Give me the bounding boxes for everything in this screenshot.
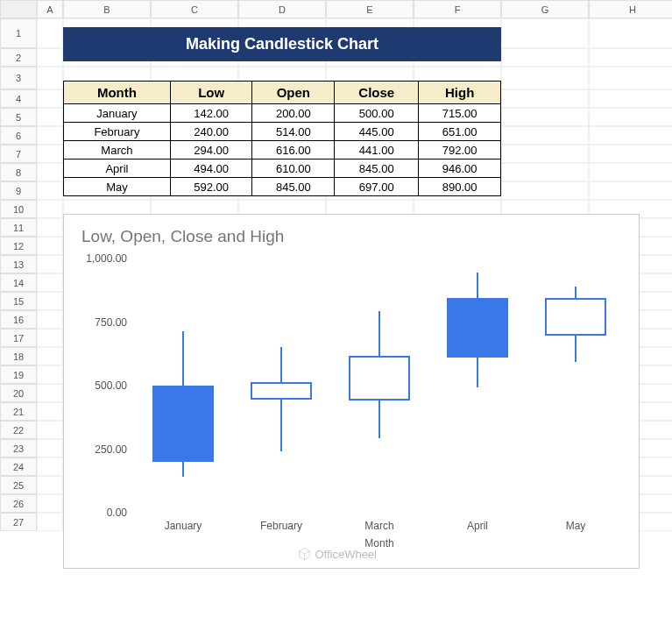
cell[interactable] [37, 255, 63, 273]
column-header[interactable]: B [63, 0, 151, 18]
x-tick-label: February [260, 520, 302, 531]
row-header[interactable]: 25 [0, 476, 37, 494]
table-cell: March [64, 141, 171, 160]
x-tick-label: May [566, 520, 586, 531]
column-header[interactable]: A [37, 0, 63, 18]
cell[interactable] [37, 163, 63, 181]
column-header[interactable]: E [326, 0, 414, 18]
cell[interactable] [37, 200, 63, 218]
table-row: February240.00514.00445.00651.00 [64, 123, 501, 141]
cell[interactable] [37, 273, 63, 292]
cell[interactable] [37, 494, 63, 513]
cell[interactable] [37, 329, 63, 347]
column-header[interactable]: F [414, 0, 501, 18]
cell[interactable] [37, 218, 63, 237]
column-header[interactable]: D [238, 0, 326, 18]
cell[interactable] [37, 108, 63, 126]
cell[interactable] [37, 457, 63, 476]
cell[interactable] [37, 145, 63, 163]
table-cell: February [64, 123, 171, 141]
table-cell: January [64, 104, 171, 123]
row-header[interactable]: 10 [0, 200, 37, 218]
table-cell: 294.00 [170, 141, 252, 160]
row-header[interactable]: 12 [0, 237, 37, 255]
cell[interactable] [37, 126, 63, 145]
row-header[interactable]: 7 [0, 145, 37, 163]
y-tick-label: 500.00 [95, 379, 127, 392]
row-header[interactable]: 11 [0, 218, 37, 237]
cell[interactable] [37, 48, 63, 67]
row-header[interactable]: 20 [0, 384, 37, 402]
row-header[interactable]: 6 [0, 126, 37, 145]
row-header[interactable]: 5 [0, 108, 37, 126]
table-header: High [419, 82, 501, 104]
row-header[interactable]: 21 [0, 402, 37, 421]
row-header[interactable]: 24 [0, 457, 37, 476]
table-cell: 610.00 [252, 160, 335, 178]
row-header[interactable]: 8 [0, 163, 37, 181]
table-header: Close [335, 82, 419, 104]
cell[interactable] [37, 347, 63, 365]
row-header[interactable]: 17 [0, 329, 37, 347]
cell[interactable] [37, 365, 63, 384]
cell[interactable] [37, 89, 63, 108]
cell[interactable] [37, 310, 63, 329]
cell[interactable] [37, 67, 63, 89]
row-header[interactable]: 18 [0, 347, 37, 365]
table-cell: 500.00 [335, 104, 419, 123]
table-cell: 445.00 [335, 123, 419, 141]
row-header[interactable]: 9 [0, 181, 37, 200]
chart-title: Low, Open, Close and High [81, 227, 625, 246]
table-cell: 441.00 [335, 141, 419, 160]
data-table: MonthLowOpenCloseHigh January142.00200.0… [63, 81, 501, 196]
table-cell: 890.00 [419, 178, 501, 196]
column-header[interactable]: H [589, 0, 672, 18]
row-header[interactable]: 16 [0, 310, 37, 329]
candle-body [447, 298, 508, 358]
table-cell: 845.00 [335, 160, 419, 178]
page-title: Making Candlestick Chart [63, 27, 501, 61]
table-header: Month [64, 82, 171, 104]
row-header[interactable]: 26 [0, 494, 37, 513]
cell[interactable] [37, 513, 63, 531]
table-cell: 616.00 [252, 141, 335, 160]
row-header[interactable]: 2 [0, 48, 37, 67]
row-header[interactable]: 13 [0, 255, 37, 273]
cell[interactable] [37, 402, 63, 421]
table-cell: 697.00 [335, 178, 419, 196]
x-tick-label: April [467, 520, 488, 531]
cell[interactable] [37, 181, 63, 200]
table-cell: 845.00 [252, 178, 335, 196]
row-header[interactable]: 23 [0, 439, 37, 457]
row-header[interactable]: 27 [0, 513, 37, 531]
y-tick-label: 1,000.00 [86, 252, 127, 265]
cell[interactable] [37, 421, 63, 439]
y-tick-label: 750.00 [95, 316, 127, 329]
table-row: March294.00616.00441.00792.00 [64, 141, 501, 160]
table-cell: 792.00 [419, 141, 501, 160]
table-row: January142.00200.00500.00715.00 [64, 104, 501, 123]
table-cell: 651.00 [419, 123, 501, 141]
row-header[interactable]: 15 [0, 292, 37, 310]
column-header[interactable]: G [501, 0, 589, 18]
cell[interactable] [37, 18, 63, 48]
table-row: April494.00610.00845.00946.00 [64, 160, 501, 178]
x-tick-label: March [364, 520, 393, 531]
cell[interactable] [37, 384, 63, 402]
y-tick-label: 250.00 [95, 443, 127, 456]
cell[interactable] [37, 237, 63, 255]
row-header[interactable]: 1 [0, 18, 37, 48]
row-header[interactable]: 4 [0, 89, 37, 108]
row-header[interactable]: 22 [0, 421, 37, 439]
x-tick-label: January [165, 520, 202, 531]
column-header[interactable]: C [151, 0, 238, 18]
row-header[interactable]: 3 [0, 67, 37, 89]
row-header[interactable]: 19 [0, 365, 37, 384]
table-cell: 200.00 [252, 104, 335, 123]
table-header: Low [170, 82, 252, 104]
cell[interactable] [37, 439, 63, 457]
cell[interactable] [37, 476, 63, 494]
row-header[interactable]: 14 [0, 273, 37, 292]
table-cell: 142.00 [170, 104, 252, 123]
cell[interactable] [37, 292, 63, 310]
